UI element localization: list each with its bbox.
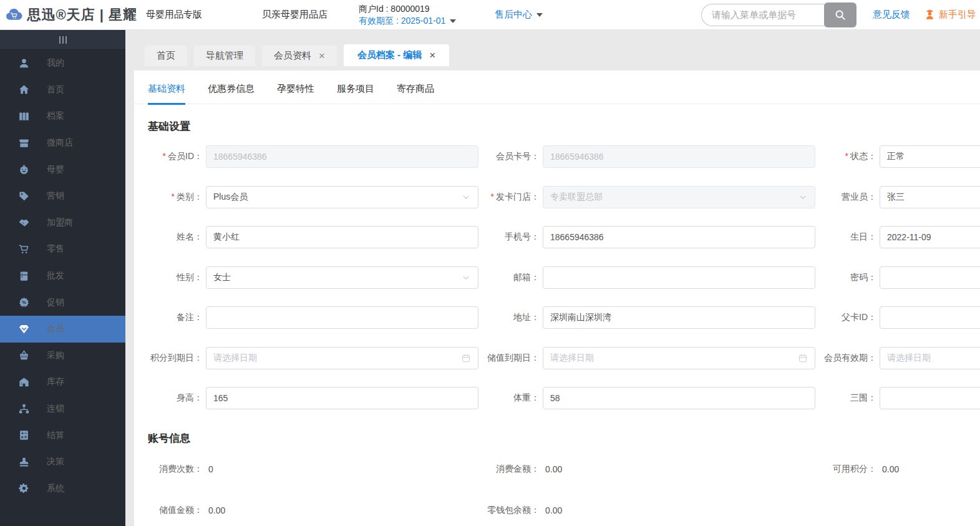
field-height[interactable]: 165: [206, 387, 478, 409]
basket-icon: [18, 349, 30, 361]
subtab-basic-info[interactable]: 基础资料: [148, 83, 185, 105]
sidebar-item-settlement[interactable]: 结算: [0, 422, 125, 449]
field-status[interactable]: 正常: [880, 145, 980, 168]
field-label-text: 储值到期日：: [487, 353, 540, 363]
feedback-link[interactable]: 意见反馈: [873, 9, 910, 21]
field-name[interactable]: 黄小红: [206, 226, 478, 248]
subtab-service-items[interactable]: 服务项目: [337, 83, 374, 104]
stat-label: 消费次数：: [148, 464, 203, 475]
field-group-category: *类别：Plus会员: [148, 186, 478, 208]
field-birthday[interactable]: 2022-11-09: [880, 226, 980, 248]
workspace-tab-nav-manage[interactable]: 导航管理: [194, 46, 255, 66]
subtab-stored-goods[interactable]: 寄存商品: [397, 83, 434, 104]
field-parent-card-id[interactable]: [880, 306, 980, 329]
sidebar-item-archives[interactable]: 档案: [0, 103, 125, 130]
after-sale-label: 售后中心: [495, 9, 532, 19]
close-icon[interactable]: ×: [319, 51, 325, 61]
sidebar-item-label: 系统: [47, 483, 64, 494]
field-remark[interactable]: [206, 306, 478, 329]
sidebar-item-decision[interactable]: 决策: [0, 449, 125, 475]
sidebar-item-system[interactable]: 系统: [0, 475, 125, 502]
cart-icon: [18, 243, 30, 255]
field-address[interactable]: 深圳南山深圳湾: [543, 306, 815, 329]
vip-diamond-icon: [18, 323, 30, 335]
sidebar-item-purchase[interactable]: 采购: [0, 343, 125, 369]
home-icon: [18, 84, 30, 95]
sidebar: 我的首页档案微商店母婴营销加盟商零售批发%促销会员采购库存连锁结算决策系统: [0, 30, 125, 526]
field-label-address: 地址：: [478, 312, 540, 323]
stat-value: 0.00: [208, 505, 225, 515]
search-button[interactable]: [824, 2, 856, 27]
form-row: 身高：165体重：58三围：: [134, 378, 980, 419]
global-search: [701, 2, 856, 27]
field-group-member-id: *会员ID：18665946386: [148, 145, 478, 168]
field-stored-value-expiry-date[interactable]: 请选择日期: [543, 347, 815, 369]
sidebar-item-wholesale[interactable]: 批发: [0, 263, 125, 290]
sidebar-item-promotion[interactable]: %促销: [0, 289, 125, 316]
field-weight[interactable]: 58: [543, 387, 815, 409]
sidebar-item-home[interactable]: 首页: [0, 77, 125, 104]
field-value: 请选择日期: [213, 353, 257, 364]
field-group-status: *状态：正常: [815, 145, 980, 168]
field-salesclerk[interactable]: 张三: [880, 186, 980, 208]
select-arrow-wrap: [461, 192, 471, 202]
sidebar-item-inventory[interactable]: 库存: [0, 369, 125, 396]
sidebar-item-micro-store[interactable]: 微商店: [0, 130, 125, 157]
guide-person-icon: [924, 9, 936, 21]
basket-icon-wrap: [18, 349, 31, 362]
field-group-password: 密码：: [815, 266, 980, 289]
field-value: 18665946386: [213, 152, 267, 162]
stamp-icon-wrap: [18, 455, 31, 468]
brand-name: 思迅®天店 | 星耀: [27, 6, 137, 24]
subtab-coupon-info[interactable]: 优惠券信息: [208, 83, 255, 104]
field-label-text: 密码：: [850, 272, 876, 282]
search-input[interactable]: [701, 4, 828, 26]
after-sale-menu[interactable]: 售后中心: [495, 9, 543, 21]
field-label-email: 邮箱：: [478, 272, 540, 283]
sidebar-item-marketing[interactable]: 营销: [0, 183, 125, 210]
workspace-tab-member-info[interactable]: 会员资料×: [262, 46, 337, 66]
percent-badge-icon: %: [18, 296, 30, 308]
sidebar-item-member[interactable]: 会员: [0, 316, 125, 343]
field-password[interactable]: [880, 266, 980, 289]
field-measurements[interactable]: [880, 387, 980, 409]
field-value: 专卖联盟总部: [550, 192, 603, 203]
field-label-member-id: *会员ID：: [148, 151, 203, 162]
field-gender[interactable]: 女士: [206, 266, 478, 289]
field-value: 58: [550, 393, 560, 403]
vip-diamond-icon-wrap: [18, 323, 31, 335]
workspace-tab-home[interactable]: 首页: [145, 46, 187, 66]
subtab-maternity-traits[interactable]: 孕婴特性: [277, 83, 314, 104]
sidebar-item-chain[interactable]: 连锁: [0, 396, 125, 422]
field-member-validity[interactable]: 请选择日期: [880, 347, 980, 369]
field-group-birthday: 生日：2022-11-09: [815, 226, 980, 248]
field-mobile[interactable]: 18665946386: [543, 226, 815, 248]
field-email[interactable]: [543, 266, 815, 289]
field-group-email: 邮箱：: [478, 266, 815, 289]
field-label-name: 姓名：: [148, 231, 203, 243]
sidebar-item-retail[interactable]: 零售: [0, 236, 125, 263]
required-asterisk: *: [845, 151, 848, 161]
sidebar-item-label: 采购: [47, 350, 64, 361]
field-label-text: 类别：: [177, 192, 203, 202]
field-category[interactable]: Plus会员: [206, 186, 478, 208]
field-member-card-no: 18665946386: [543, 145, 815, 168]
archive-icon-wrap: [18, 110, 31, 122]
form-row: 姓名：黄小红手机号：18665946386生日：2022-11-09: [134, 217, 980, 258]
stat-value: 0.00: [545, 464, 562, 474]
field-value: Plus会员: [213, 192, 248, 203]
field-value: 18665946386: [550, 232, 604, 242]
sidebar-item-mother-baby[interactable]: 母婴: [0, 156, 125, 183]
sidebar-item-franchise[interactable]: 加盟商: [0, 210, 125, 236]
guide-link[interactable]: 新手引导: [924, 9, 976, 21]
sidebar-collapse-handle[interactable]: [0, 30, 125, 50]
field-value: 请选择日期: [887, 353, 931, 364]
close-icon[interactable]: ×: [429, 50, 435, 61]
sidebar-item-mine[interactable]: 我的: [0, 50, 125, 77]
field-points-expiry-date[interactable]: 请选择日期: [206, 347, 478, 369]
workspace-tab-member-archive-edit[interactable]: 会员档案 - 编辑×: [344, 44, 449, 66]
gear-icon-wrap: [18, 482, 31, 495]
validity-dropdown[interactable]: 有效期至 : 2025-01-01: [359, 15, 456, 27]
sidebar-item-label: 加盟商: [47, 217, 73, 228]
field-value: 2022-11-09: [887, 232, 931, 242]
